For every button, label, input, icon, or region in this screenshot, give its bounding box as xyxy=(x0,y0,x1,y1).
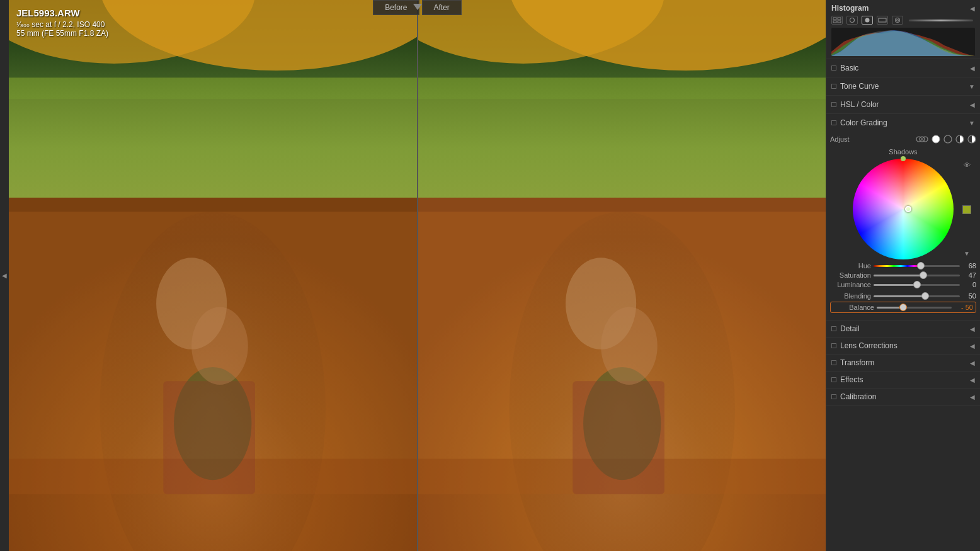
detail-title: Detail xyxy=(840,324,860,333)
svg-rect-24 xyxy=(833,18,836,20)
histogram-collapse-arrow[interactable]: ◀ xyxy=(970,5,975,12)
lens-corrections-section[interactable]: Lens Corrections ◀ xyxy=(826,338,980,355)
histogram-ring-icon[interactable] xyxy=(892,16,903,25)
calibration-toggle[interactable] xyxy=(831,394,836,399)
saturation-slider-track[interactable] xyxy=(874,275,960,276)
saturation-label: Saturation xyxy=(830,271,871,279)
effects-title: Effects xyxy=(840,375,863,384)
histogram-circle-icon[interactable] xyxy=(846,16,858,25)
color-grading-header[interactable]: Color Grading ▼ xyxy=(826,114,980,132)
transform-toggle[interactable] xyxy=(831,360,836,365)
blending-slider-track[interactable] xyxy=(874,295,960,297)
saturation-slider-fill xyxy=(874,275,923,276)
left-panel-toggle[interactable]: ◀ xyxy=(2,272,7,279)
detail-toggle[interactable] xyxy=(831,326,836,331)
lens-corrections-title: Lens Corrections xyxy=(840,341,897,350)
histogram-filled-circle-icon[interactable] xyxy=(862,16,873,25)
eye-icon[interactable]: 👁 xyxy=(964,161,971,169)
luminance-value: 0 xyxy=(962,281,976,288)
adjust-icons xyxy=(916,134,976,144)
effects-toggle[interactable] xyxy=(831,377,836,382)
ring-icon[interactable] xyxy=(943,135,952,144)
histogram-slider-icon[interactable] xyxy=(909,20,973,21)
detail-arrow[interactable]: ◀ xyxy=(970,326,975,332)
saturation-slider-thumb[interactable] xyxy=(920,271,927,279)
histogram-rect-icon[interactable] xyxy=(877,16,888,25)
balance-slider-thumb[interactable] xyxy=(899,304,907,311)
blending-slider-thumb[interactable] xyxy=(921,292,929,300)
shadows-label: Shadows xyxy=(830,148,976,156)
saturation-row: Saturation 47 xyxy=(830,271,976,279)
tone-curve-arrow[interactable]: ▼ xyxy=(969,83,975,90)
balance-slider-track[interactable] xyxy=(877,307,952,309)
yellow-swatch[interactable] xyxy=(962,205,971,214)
blending-label: Blending xyxy=(830,292,871,300)
detail-section[interactable]: Detail ◀ xyxy=(826,321,980,338)
svg-point-23 xyxy=(601,307,658,385)
hue-value: 68 xyxy=(962,262,976,270)
svg-point-35 xyxy=(923,137,928,142)
luminance-slider-fill xyxy=(874,284,917,286)
after-panel xyxy=(418,0,826,551)
down-arrow-icon[interactable]: ▼ xyxy=(964,250,970,257)
svg-rect-27 xyxy=(838,21,841,23)
transform-section[interactable]: Transform ◀ xyxy=(826,355,980,372)
filled-circle-icon[interactable] xyxy=(932,135,940,144)
three-circles-icon[interactable] xyxy=(916,134,928,144)
panel-scroll[interactable]: Basic ◀ Tone Curve ▼ HSL / Color xyxy=(826,59,980,551)
hue-row: Hue 68 xyxy=(830,262,976,270)
basic-section-header[interactable]: Basic ◀ xyxy=(826,59,980,77)
after-photo xyxy=(418,0,826,551)
hue-slider-track[interactable] xyxy=(874,265,960,267)
blending-slider-fill xyxy=(874,295,925,297)
svg-point-32 xyxy=(897,20,899,21)
contrast-circle-icon[interactable] xyxy=(967,135,976,144)
effects-left: Effects xyxy=(831,375,863,384)
tone-curve-title: Tone Curve xyxy=(840,82,879,91)
color-grading-arrow[interactable]: ▼ xyxy=(969,120,975,127)
hsl-toggle[interactable] xyxy=(831,102,836,107)
balance-value: - 50 xyxy=(954,304,973,311)
basic-toggle[interactable] xyxy=(831,65,836,71)
compare-container: JEL5993.ARW ¹⁄₈₀₀ sec at f / 2.2, ISO 40… xyxy=(9,0,826,551)
color-wheel[interactable] xyxy=(853,159,954,259)
hsl-section: HSL / Color ◀ xyxy=(826,96,980,114)
balance-row-highlighted: Balance - 50 xyxy=(830,302,976,313)
hsl-section-header[interactable]: HSL / Color ◀ xyxy=(826,96,980,113)
half-circle-icon[interactable] xyxy=(955,135,964,144)
compare-divider[interactable] xyxy=(411,0,424,551)
color-grading-section: Color Grading ▼ Adjust xyxy=(826,114,980,321)
hsl-collapse-arrow[interactable]: ◀ xyxy=(970,101,975,108)
color-wheel-top-dot xyxy=(901,156,906,161)
calibration-section[interactable]: Calibration ◀ xyxy=(826,389,980,406)
calibration-left: Calibration xyxy=(831,392,876,401)
effects-arrow[interactable]: ◀ xyxy=(970,377,975,383)
color-grading-title: Color Grading xyxy=(840,118,887,127)
tone-curve-header[interactable]: Tone Curve ▼ xyxy=(826,77,980,95)
hsl-section-left: HSL / Color xyxy=(831,100,879,109)
color-grading-toggle[interactable] xyxy=(831,120,836,125)
effects-section[interactable]: Effects ◀ xyxy=(826,372,980,389)
hue-slider-thumb[interactable] xyxy=(917,262,925,270)
saturation-value: 47 xyxy=(962,271,976,279)
transform-arrow[interactable]: ◀ xyxy=(970,360,975,366)
balance-label: Balance xyxy=(833,304,874,311)
luminance-slider-track[interactable] xyxy=(874,284,960,286)
histogram-grid-icon[interactable] xyxy=(831,16,843,25)
image-area: JEL5993.ARW ¹⁄₈₀₀ sec at f / 2.2, ISO 40… xyxy=(9,0,826,551)
lens-corrections-arrow[interactable]: ◀ xyxy=(970,343,975,349)
photo-metadata: JEL5993.ARW ¹⁄₈₀₀ sec at f / 2.2, ISO 40… xyxy=(16,8,108,38)
color-wheel-container: 👁 ▼ xyxy=(830,159,976,259)
basic-collapse-arrow[interactable]: ◀ xyxy=(970,65,975,72)
color-wheel-overlay xyxy=(853,159,954,259)
wheel-side-controls: 👁 ▼ xyxy=(962,159,971,259)
svg-point-31 xyxy=(896,18,900,23)
svg-point-28 xyxy=(850,18,855,23)
calibration-arrow[interactable]: ◀ xyxy=(970,394,975,400)
tone-curve-toggle[interactable] xyxy=(831,84,836,89)
lens-corrections-toggle[interactable] xyxy=(831,343,836,348)
lens-corrections-left: Lens Corrections xyxy=(831,341,897,350)
transform-left: Transform xyxy=(831,358,874,367)
luminance-slider-thumb[interactable] xyxy=(913,281,921,288)
transform-title: Transform xyxy=(840,358,874,367)
